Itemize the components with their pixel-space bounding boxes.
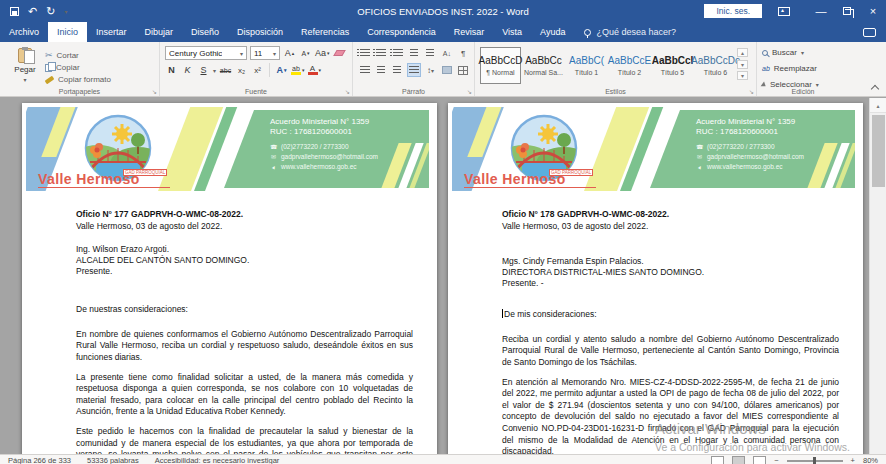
multilevel-list-button[interactable] xyxy=(391,46,404,60)
tab-referencias[interactable]: Referencias xyxy=(292,22,358,42)
tab-archivo[interactable]: Archivo xyxy=(0,22,48,42)
email-icon: ✉ xyxy=(696,152,703,162)
underline-caret-icon[interactable]: ▾ xyxy=(213,67,216,74)
restore-button[interactable] xyxy=(834,0,860,22)
shrink-font-button[interactable]: A▾ xyxy=(299,46,312,60)
style-normal[interactable]: AaBbCcD¶ Normal xyxy=(480,47,521,84)
superscript-button[interactable]: x² xyxy=(251,63,264,77)
save-icon[interactable] xyxy=(10,7,19,16)
minimize-button[interactable]: — xyxy=(808,0,834,22)
tab-revisar[interactable]: Revisar xyxy=(445,22,494,42)
line-spacing-button[interactable]: ↕▾ xyxy=(424,63,437,77)
zoom-level[interactable]: 80% xyxy=(863,456,878,464)
web-layout-button[interactable] xyxy=(753,456,766,464)
tab-correspondencia[interactable]: Correspondencia xyxy=(358,22,445,42)
paragraph: Reciba un cordial y atento saludo a nomb… xyxy=(502,334,839,369)
collapse-ribbon-icon[interactable] xyxy=(871,85,879,93)
styles-gallery-more-icon[interactable]: ▾ xyxy=(737,71,748,80)
justify-button[interactable] xyxy=(407,63,421,77)
sort-button[interactable]: A↓ xyxy=(440,46,453,60)
print-layout-button[interactable] xyxy=(732,456,745,464)
status-bar: Página 266 de 333 53336 palabras Accesib… xyxy=(0,454,886,464)
increase-indent-button[interactable] xyxy=(424,46,437,60)
tab-inicio[interactable]: Inicio xyxy=(48,22,87,42)
scroll-up-icon[interactable]: ▴ xyxy=(870,98,886,113)
qat-customize-icon[interactable]: ▾ xyxy=(64,8,67,15)
numbering-button[interactable] xyxy=(374,46,387,60)
style-no-spacing[interactable]: AaBbCcNormal Sa... xyxy=(523,47,564,84)
tell-me-search[interactable]: ¿Qué desea hacer? xyxy=(584,22,676,42)
bullets-button[interactable] xyxy=(358,46,371,60)
styles-scroll-up-icon[interactable]: ▴ xyxy=(737,48,748,57)
tab-diseno[interactable]: Diseño xyxy=(182,22,228,42)
read-mode-button[interactable] xyxy=(711,456,724,464)
scrollbar-thumb[interactable] xyxy=(872,115,885,187)
italic-button[interactable]: K xyxy=(181,63,194,77)
zoom-out-button[interactable]: − xyxy=(774,456,778,464)
page-left[interactable]: Valle Hermoso GAD PARROQUIAL Acuerdo Min… xyxy=(22,103,437,454)
borders-button[interactable] xyxy=(457,63,470,77)
highlight-button[interactable]: ab▾ xyxy=(291,63,305,77)
paragraph-dialog-launcher-icon[interactable]: ↘ xyxy=(467,88,472,95)
align-left-button[interactable] xyxy=(358,63,371,77)
letter-body-left[interactable]: Oficio N° 177 GADPRVH-O-WMC-08-2022. Val… xyxy=(76,209,413,454)
font-dialog-launcher-icon[interactable]: ↘ xyxy=(345,88,350,95)
clipboard-dialog-launcher-icon[interactable]: ↘ xyxy=(152,88,157,95)
font-family-combobox[interactable]: Century Gothic▾ xyxy=(165,46,247,60)
tab-disposicion[interactable]: Disposición xyxy=(228,22,292,42)
vertical-scrollbar[interactable]: ▴ xyxy=(869,98,886,454)
style-heading5[interactable]: AaBbCcITítulo 5 xyxy=(652,47,693,84)
shading-button[interactable] xyxy=(440,63,453,77)
sign-in-button[interactable]: Inic. ses. xyxy=(704,4,762,18)
styles-scroll-down-icon[interactable]: ▾ xyxy=(737,60,748,69)
font-color-caret-icon: ▾ xyxy=(319,67,322,73)
zoom-slider[interactable] xyxy=(787,460,843,462)
word-count[interactable]: 53336 palabras xyxy=(87,456,139,464)
align-center-button[interactable] xyxy=(374,63,387,77)
underline-button[interactable]: S xyxy=(197,63,210,77)
undo-icon[interactable]: ↶ xyxy=(28,6,37,16)
decrease-indent-button[interactable] xyxy=(407,46,420,60)
close-button[interactable]: × xyxy=(860,0,886,22)
text-effects-button[interactable]: A▾ xyxy=(275,63,288,77)
cut-button[interactable]: ✂Cortar xyxy=(45,50,111,60)
find-button[interactable]: Buscar▾ xyxy=(762,46,845,59)
font-color-button[interactable]: A▾ xyxy=(308,63,322,77)
email-address: gadprvallehermoso@hotmail.com xyxy=(281,152,378,162)
paste-button[interactable]: Pegar ▾ xyxy=(5,46,45,83)
styles-dialog-launcher-icon[interactable]: ↘ xyxy=(749,88,754,95)
accessibility-status[interactable]: Accesibilidad: es necesario investigar xyxy=(155,456,280,464)
style-heading2[interactable]: AaBbCcETítulo 2 xyxy=(609,47,650,84)
strikethrough-button[interactable]: abc xyxy=(219,63,232,77)
zoom-slider-thumb[interactable] xyxy=(813,457,816,464)
shading-icon xyxy=(442,66,452,74)
recipient-presente: Presente. - xyxy=(502,278,839,289)
ribbon-display-options-icon[interactable] xyxy=(778,7,790,16)
style-heading1[interactable]: AaBbC(Título 1 xyxy=(566,47,607,84)
replace-button[interactable]: abReemplazar xyxy=(762,62,845,75)
format-painter-button[interactable]: Copiar formato xyxy=(45,75,111,84)
copy-button[interactable]: Copiar xyxy=(45,63,111,72)
change-case-button[interactable]: Aa▾ xyxy=(315,46,330,60)
bold-button[interactable]: N xyxy=(165,63,178,77)
show-marks-button[interactable]: ¶ xyxy=(457,46,470,60)
letter-body-right[interactable]: Oficio N° 178 GADPRVH-O-WMC-08-2022. Val… xyxy=(502,209,839,454)
tab-vista[interactable]: Vista xyxy=(493,22,531,42)
align-right-button[interactable] xyxy=(391,63,404,77)
ruc-line: RUC : 1768120600001 xyxy=(696,127,847,137)
tab-dibujar[interactable]: Dibujar xyxy=(136,22,183,42)
page-indicator[interactable]: Página 266 de 333 xyxy=(8,456,71,464)
zoom-in-button[interactable]: + xyxy=(851,456,855,464)
subscript-button[interactable]: x₂ xyxy=(235,63,248,77)
copy-icon xyxy=(45,64,52,72)
font-size-combobox[interactable]: 11▾ xyxy=(250,46,280,60)
tab-insertar[interactable]: Insertar xyxy=(87,22,136,42)
page-right[interactable]: Valle Hermoso GAD PARROQUIAL Acuerdo Min… xyxy=(448,103,863,454)
tab-ayuda[interactable]: Ayuda xyxy=(531,22,574,42)
redo-icon[interactable]: ↻ xyxy=(46,6,55,16)
feedback-icon[interactable] xyxy=(863,28,876,37)
clear-formatting-button[interactable] xyxy=(333,46,346,60)
indent-icon xyxy=(426,49,434,57)
grow-font-button[interactable]: A▴ xyxy=(283,46,296,60)
style-heading6[interactable]: AaBbCcDcTítulo 6 xyxy=(695,47,736,84)
